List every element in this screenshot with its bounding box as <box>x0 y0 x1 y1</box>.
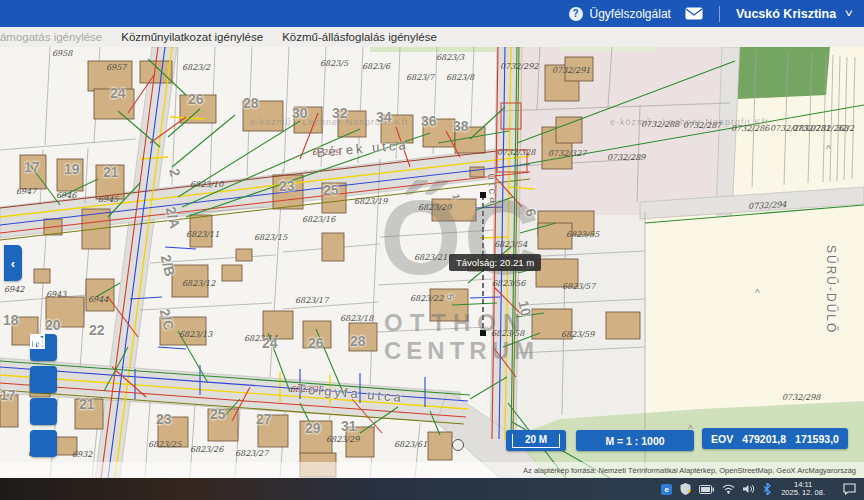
scale-bar-button[interactable]: 20 M <box>506 430 566 451</box>
tab-kozmunyilatkozat[interactable]: Közműnyilatkozat igénylése <box>121 31 263 43</box>
tab-tervezestamogatas[interactable]: stámogatás igénylése <box>0 31 102 43</box>
security-shield-icon[interactable] <box>680 483 691 495</box>
topbar-divider <box>719 6 720 22</box>
svg-text:^: ^ <box>793 90 798 101</box>
eov-x: 479201,8 <box>742 433 786 445</box>
speaker-icon[interactable] <box>743 484 755 494</box>
sidebar-collapse-tab[interactable]: ‹ <box>4 245 22 281</box>
eov-coordinates-button[interactable]: EOV 479201,8 171593,0 <box>702 428 848 449</box>
top-bar: ? Ügyfélszolgálat Vucskó Krisztina ˅ <box>0 0 864 27</box>
help-icon: ? <box>569 7 583 21</box>
module-menu-bar: stámogatás igénylése Közműnyilatkozat ig… <box>0 27 864 48</box>
envelope-icon[interactable] <box>685 7 703 20</box>
well-symbol <box>453 440 464 451</box>
undo-arrow-icon <box>30 334 45 347</box>
tray-app-icon[interactable]: e <box>661 484 672 495</box>
cadastral-map-canvas[interactable]: ^^^^ <box>0 47 864 478</box>
customer-service-button[interactable]: ? Ügyfélszolgálat <box>569 7 671 21</box>
customer-service-label: Ügyfélszolgálat <box>590 7 671 21</box>
wifi-icon[interactable] <box>722 484 735 494</box>
chevron-down-icon: ˅ <box>845 8 853 19</box>
taskbar-clock[interactable]: 14:11 2025. 12. 08. <box>781 481 825 498</box>
distance-tooltip: Távolság: 20.21 m <box>449 254 541 271</box>
map-attribution: Az alaptérkép forrása: Nemzeti Térinform… <box>0 462 864 478</box>
eov-prefix: EOV <box>711 433 733 445</box>
eov-y: 171593,0 <box>795 433 839 445</box>
ekozmu-app-window: ? Ügyfélszolgálat Vucskó Krisztina ˅ stá… <box>0 0 864 500</box>
tab-kozmu-allasfoglalas[interactable]: Közmű-állásfoglalás igénylése <box>282 31 437 43</box>
user-name: Vucskó Krisztina <box>736 7 836 21</box>
user-menu[interactable]: Vucskó Krisztina ˅ <box>736 7 852 21</box>
map-viewport[interactable]: ^^^^ e-közmű - Lechner Nonprofit Kft e-k… <box>0 47 864 478</box>
chevron-left-icon: ‹ <box>11 256 15 271</box>
svg-text:^: ^ <box>755 288 760 299</box>
clock-date: 2025. 12. 08. <box>781 489 825 498</box>
zoom-in-button[interactable] <box>30 366 57 393</box>
notification-center-icon[interactable] <box>843 483 856 495</box>
bluetooth-icon[interactable] <box>763 483 771 495</box>
back-button[interactable] <box>30 430 57 457</box>
map-controls <box>30 334 57 457</box>
battery-icon[interactable] <box>699 485 714 494</box>
zoom-out-button[interactable] <box>30 398 57 425</box>
windows-taskbar: e 14:11 2025. 12. 08. <box>0 478 864 500</box>
svg-text:^: ^ <box>826 144 831 155</box>
scale-bar-label: 20 M <box>512 434 560 448</box>
system-tray: e <box>661 483 771 495</box>
scale-ratio-button[interactable]: M = 1 : 1000 <box>576 430 694 451</box>
